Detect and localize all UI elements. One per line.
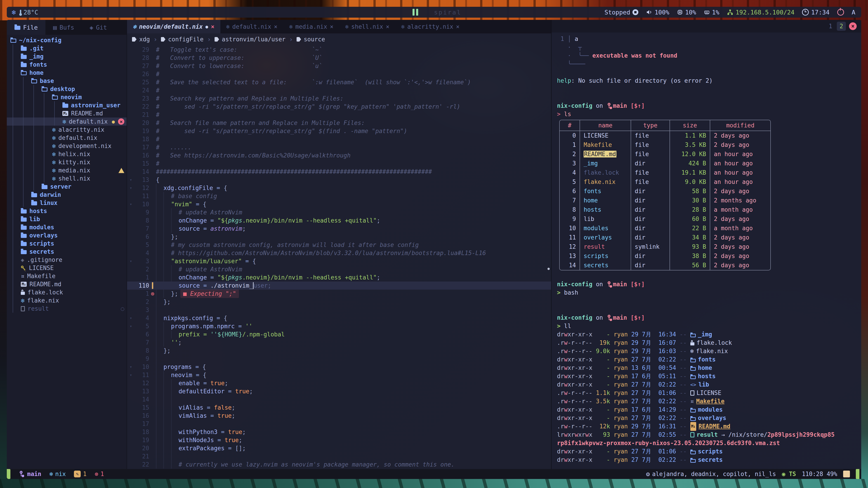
- code-line[interactable]: ▾10programs = {: [127, 363, 551, 371]
- keyboard-layout[interactable]: A: [852, 9, 855, 16]
- terminal-pane[interactable]: 12 × 1 │ a · ┬ · ╰── executable was not …: [551, 20, 861, 469]
- code-line[interactable]: 15viAlias = false;: [127, 403, 551, 412]
- code-line[interactable]: 22# currently we use lazy.nvim as neovim…: [127, 460, 551, 468]
- git-branch[interactable]: main: [19, 470, 41, 477]
- memory-widget[interactable]: 1%: [704, 9, 719, 16]
- pause-icon[interactable]: [412, 9, 418, 15]
- code-line[interactable]: 29# Toggle text's case: `~`: [127, 46, 551, 54]
- close-tab-icon[interactable]: ×: [456, 23, 460, 30]
- tree-item-flake.nix[interactable]: ❄flake.nix: [10, 296, 127, 304]
- buffer-tab-alacritty.nix[interactable]: ❄alacritty.nix×: [395, 20, 465, 33]
- tree-item-helix.nix[interactable]: ❄helix.nix: [10, 150, 127, 158]
- breadcrumb-item-configFile[interactable]: configFile: [161, 36, 204, 43]
- tree-item-scripts[interactable]: scripts: [10, 239, 127, 248]
- tree-item-LICENSE[interactable]: LICENSE: [10, 264, 127, 272]
- tree-item-README.md[interactable]: M↓README.md: [10, 280, 127, 288]
- code-line[interactable]: 17: [127, 420, 551, 428]
- sidebar-tab-file[interactable]: File: [7, 20, 45, 35]
- close-icon[interactable]: ×: [118, 119, 124, 125]
- code-line[interactable]: 14: [127, 395, 551, 403]
- code-line[interactable]: 9# update AstroNvim: [127, 208, 551, 217]
- scrollbar-marker[interactable]: [548, 268, 550, 270]
- code-line[interactable]: ▾4nixpkgs.config = {: [127, 314, 551, 322]
- buffer-tab-default.nix[interactable]: ❄default.nix×: [220, 20, 283, 33]
- tree-item-server[interactable]: server: [10, 183, 127, 191]
- tree-item-alacritty.nix[interactable]: ❄alacritty.nix: [10, 126, 127, 134]
- tree-item-fonts[interactable]: fonts: [10, 61, 127, 69]
- tree-item-secrets[interactable]: secrets: [10, 248, 127, 256]
- close-icon[interactable]: ×: [849, 22, 857, 30]
- code-line[interactable]: 4# https://github.com/AstroNvim/AstroNvi…: [127, 249, 551, 257]
- tree-item-shell.nix[interactable]: ❄shell.nix: [10, 174, 127, 183]
- buffer-tab-neovim/default.nix[interactable]: ❄neovim/default.nix●×: [127, 20, 220, 33]
- tree-item-default.nix[interactable]: ❄default.nix●×: [7, 118, 127, 126]
- code-line[interactable]: ▾5programs.npm.npmrc = '': [127, 322, 551, 330]
- tree-item-README.md[interactable]: M↓README.md: [10, 109, 127, 118]
- fold-icon[interactable]: ▾: [127, 314, 135, 322]
- code-line[interactable]: 8};: [127, 347, 551, 355]
- breadcrumb-item-source[interactable]: source: [297, 36, 325, 43]
- tree-item-desktop[interactable]: desktop: [10, 85, 127, 93]
- code-line[interactable]: 19# sed -ri "s/pattern_str/replace_str/g…: [127, 127, 551, 135]
- code-line[interactable]: 16vimAlias = true;: [127, 412, 551, 420]
- code-line[interactable]: 13defaultEditor = true;: [127, 387, 551, 395]
- buffer-tab-media.nix[interactable]: ❄media.nix×: [283, 20, 339, 33]
- code-line[interactable]: 7'';: [127, 338, 551, 347]
- fold-icon[interactable]: ▾: [127, 200, 135, 208]
- tree-item-hosts[interactable]: hosts: [10, 207, 127, 215]
- error-count[interactable]: ⊗ 1: [95, 470, 104, 477]
- volume-widget[interactable]: 100%: [646, 9, 669, 16]
- code-line[interactable]: 12enable = true;: [127, 379, 551, 387]
- code-line[interactable]: 17# ......: [127, 143, 551, 151]
- code-line[interactable]: 24#: [127, 86, 551, 94]
- tabpage-1[interactable]: 1: [826, 22, 835, 31]
- code-line[interactable]: 28# Convert to uppercase: `U`: [127, 54, 551, 62]
- tree-item-lib[interactable]: lib: [10, 215, 127, 223]
- code-area[interactable]: 29# Toggle text's case: `~`28# Convert t…: [127, 45, 551, 469]
- tree-item-linux[interactable]: linux: [10, 199, 127, 207]
- tree-item-.gitignore[interactable]: ◈.gitignore: [10, 256, 127, 264]
- tree-item-.git[interactable]: .git: [10, 44, 127, 53]
- code-line[interactable]: 22# sed -ri "s/pattern_str/replace_str/g…: [127, 103, 551, 111]
- fold-icon[interactable]: ▾: [127, 176, 135, 184]
- code-line[interactable]: 20# Search file name pattern and Replace…: [127, 119, 551, 127]
- code-line[interactable]: 6};: [127, 233, 551, 241]
- fold-icon[interactable]: ▾: [127, 257, 135, 265]
- code-line[interactable]: ▾11neovim = {: [127, 371, 551, 379]
- code-line[interactable]: ▾10"nvim" = {: [127, 200, 551, 208]
- fold-icon[interactable]: ▾: [127, 371, 135, 379]
- clock-widget[interactable]: 17:34: [802, 9, 829, 16]
- tree-item-darwin[interactable]: darwin: [10, 191, 127, 199]
- tree-item-media.nix[interactable]: ❄media.nix: [10, 166, 127, 174]
- tree-item-astronvim_user[interactable]: astronvim_user: [10, 101, 127, 109]
- tree-item-flake.lock[interactable]: flake.lock: [10, 288, 127, 296]
- code-line[interactable]: 26#: [127, 70, 551, 78]
- tree-item-neovim[interactable]: neovim: [10, 93, 127, 101]
- code-line[interactable]: 5# my cusotm astronvim config, astronvim…: [127, 241, 551, 249]
- code-line[interactable]: 8onChange = "${pkgs.neovim}/bin/nvim --h…: [127, 217, 551, 225]
- sidebar-tab-bufs[interactable]: ▤Bufs: [45, 20, 82, 35]
- code-line[interactable]: 2# update AstroNvim: [127, 265, 551, 273]
- code-line[interactable]: ▾3"astronvim/lua/user" = {: [127, 257, 551, 265]
- nixos-logo-icon[interactable]: ❄: [12, 8, 16, 16]
- fold-icon[interactable]: ▾: [127, 322, 135, 330]
- close-tab-icon[interactable]: ×: [386, 23, 390, 30]
- code-line[interactable]: 1onChange = "${pkgs.neovim}/bin/nvim --h…: [127, 273, 551, 282]
- code-line[interactable]: 18withPython3 = true;: [127, 428, 551, 436]
- close-tab-icon[interactable]: ×: [211, 23, 215, 30]
- tree-item-modules[interactable]: modules: [10, 223, 127, 231]
- close-tab-icon[interactable]: ×: [330, 23, 333, 30]
- tree-item-default.nix[interactable]: ❄default.nix: [10, 134, 127, 142]
- code-line[interactable]: 16# See https://astronvim.com/Basic%20Us…: [127, 151, 551, 160]
- tree-item-home[interactable]: home: [10, 69, 127, 77]
- code-line[interactable]: 110source = ./astronvim_user;: [127, 282, 551, 290]
- code-line[interactable]: 15#: [127, 160, 551, 168]
- modified-count[interactable]: ✎ 1: [74, 470, 87, 477]
- power-icon[interactable]: [837, 9, 844, 15]
- code-line[interactable]: 2};: [127, 298, 551, 306]
- fold-icon[interactable]: ▾: [127, 184, 135, 192]
- buffer-tab-shell.nix[interactable]: ❄shell.nix×: [339, 20, 395, 33]
- tree-item-overlays[interactable]: overlays: [10, 231, 127, 239]
- code-line[interactable]: 18#: [127, 135, 551, 143]
- cpu-widget[interactable]: 10%: [677, 9, 696, 16]
